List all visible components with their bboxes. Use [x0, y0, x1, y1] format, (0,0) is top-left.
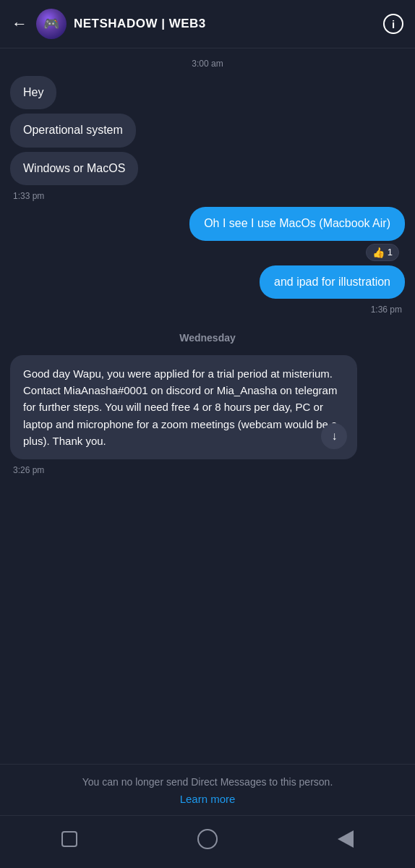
bottom-nav	[0, 815, 415, 868]
message-hey: Hey	[10, 76, 56, 109]
reaction-row: 👍 1	[10, 244, 399, 261]
message-long-text: Good day Wapu, you were applied for a tr…	[23, 367, 337, 447]
timestamp-top: 3:00 am	[10, 59, 405, 69]
home-icon	[197, 829, 218, 849]
message-operational: Operational system	[10, 114, 136, 147]
info-icon: i	[392, 18, 395, 30]
timestamp-133: 1:33 pm	[13, 191, 402, 201]
scroll-down-button[interactable]: ↓	[321, 423, 347, 449]
day-divider: Wednesday	[10, 332, 405, 344]
back-icon	[338, 830, 354, 848]
message-windows: Windows or MacOS	[10, 152, 138, 185]
reaction-badge: 👍 1	[366, 244, 399, 261]
message-macos: Oh I see I use MacOs (Macbook Air)	[189, 207, 405, 240]
message-long: Good day Wapu, you were applied for a tr…	[10, 355, 357, 459]
nav-home-button[interactable]	[192, 823, 223, 855]
nav-recent-apps-button[interactable]	[54, 823, 85, 855]
chat-header: ← 🎮 NETSHADOW | WEB3 i	[0, 0, 415, 48]
avatar-image: 🎮	[36, 9, 67, 39]
chat-area: 3:00 am Hey Operational system Windows o…	[0, 48, 415, 764]
timestamp-136: 1:36 pm	[13, 305, 402, 315]
avatar: 🎮	[36, 9, 67, 39]
footer-notice: You can no longer send Direct Messages t…	[0, 764, 415, 815]
nav-back-button[interactable]	[330, 823, 361, 855]
reaction-count: 1	[388, 247, 393, 258]
message-ipad: and ipad for illustration	[260, 265, 405, 299]
learn-more-link[interactable]: Learn more	[14, 793, 401, 805]
recent-apps-icon	[61, 831, 77, 847]
reaction-emoji: 👍	[372, 247, 385, 258]
back-button[interactable]: ←	[12, 14, 27, 33]
chat-title: NETSHADOW | WEB3	[74, 17, 383, 31]
timestamp-326: 3:26 pm	[13, 465, 402, 475]
dm-notice-text: You can no longer send Direct Messages t…	[82, 776, 333, 788]
info-button[interactable]: i	[383, 14, 403, 34]
